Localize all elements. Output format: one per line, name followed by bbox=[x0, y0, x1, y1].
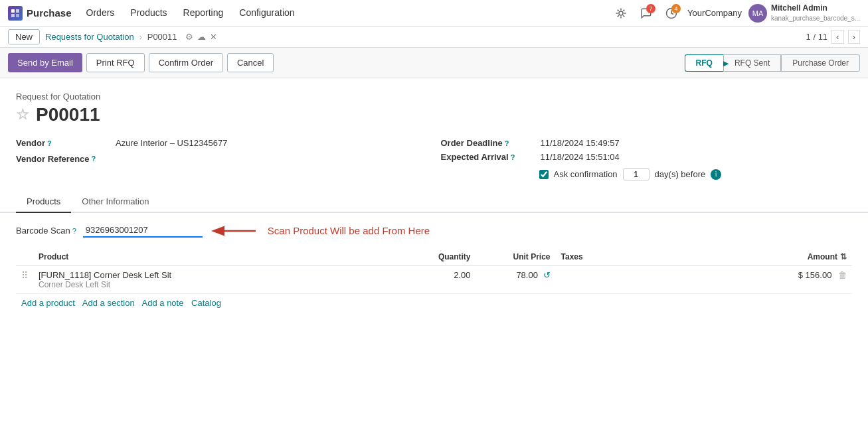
price-value[interactable]: 78.00 bbox=[516, 270, 538, 280]
ask-confirmation-row: Ask confirmation day(s) before i bbox=[441, 164, 853, 184]
row-taxes[interactable] bbox=[556, 266, 655, 294]
barcode-help[interactable]: ? bbox=[72, 227, 76, 235]
col-tax-header: Taxes bbox=[556, 248, 655, 266]
product-name[interactable]: [FURN_1118] Corner Desk Left Sit bbox=[39, 270, 404, 280]
expected-arrival-field: Expected Arrival ? 11/18/2024 15:51:04 bbox=[441, 150, 853, 164]
product-table: Product Quantity Unit Price Taxes Amount… bbox=[16, 248, 852, 312]
svg-rect-3 bbox=[16, 14, 19, 17]
settings-icon[interactable]: ⚙ bbox=[185, 32, 193, 42]
content-area: Request for Quotation ☆ P00011 Vendor ? … bbox=[0, 78, 868, 432]
expected-arrival-label: Expected Arrival ? bbox=[441, 152, 534, 162]
ask-confirmation-checkbox[interactable] bbox=[539, 170, 549, 179]
action-bar: Send by Email Print RFQ Confirm Order Ca… bbox=[0, 48, 868, 78]
nav-products[interactable]: Products bbox=[122, 0, 175, 27]
action-buttons: Send by Email Print RFQ Confirm Order Ca… bbox=[8, 53, 274, 72]
breadcrumb-icons: ⚙ ☁ ✕ bbox=[185, 32, 217, 42]
order-deadline-field: Order Deadline ? 11/18/2024 15:49:57 bbox=[441, 136, 853, 150]
top-nav: Purchase Orders Products Reporting Confi… bbox=[0, 0, 868, 27]
confirmation-days-input[interactable] bbox=[623, 168, 650, 180]
table-row: ⠿ [FURN_1118] Corner Desk Left Sit Corne… bbox=[16, 266, 852, 294]
close-icon[interactable]: ✕ bbox=[210, 32, 217, 42]
svg-rect-2 bbox=[11, 14, 15, 17]
col-price-header: Unit Price bbox=[476, 248, 556, 266]
form-title: ☆ P00011 bbox=[16, 104, 852, 125]
company-name: YourCompany bbox=[687, 8, 742, 18]
breadcrumb-current: P00011 bbox=[147, 32, 177, 42]
amount-settings-icon[interactable]: ⇅ bbox=[840, 252, 847, 261]
vendor-value: Azure Interior – US12345677 bbox=[116, 138, 227, 148]
add-product-link[interactable]: Add a product bbox=[21, 298, 75, 308]
add-note-link[interactable]: Add a note bbox=[142, 298, 184, 308]
nav-reporting[interactable]: Reporting bbox=[175, 0, 232, 27]
tab-other-info[interactable]: Other Information bbox=[71, 191, 159, 213]
nav-orders[interactable]: Orders bbox=[78, 0, 123, 27]
col-handle-header bbox=[16, 248, 33, 266]
messages-button[interactable]: 7 bbox=[637, 4, 655, 23]
row-handle[interactable]: ⠿ bbox=[16, 266, 33, 294]
bug-button[interactable] bbox=[612, 4, 630, 23]
row-qty[interactable]: 2.00 bbox=[410, 266, 476, 294]
catalog-link[interactable]: Catalog bbox=[191, 298, 221, 308]
vendor-ref-label: Vendor Reference ? bbox=[16, 154, 109, 164]
svg-point-4 bbox=[619, 11, 623, 15]
tabs-bar: Products Other Information bbox=[0, 191, 868, 213]
vendor-ref-input[interactable] bbox=[116, 152, 232, 165]
price-reset-icon[interactable]: ↺ bbox=[543, 270, 551, 280]
prev-record-button[interactable]: ‹ bbox=[831, 30, 843, 44]
breadcrumb-bar: New Requests for Quotation › P00011 ⚙ ☁ … bbox=[0, 27, 868, 48]
order-deadline-value: 11/18/2024 15:49:57 bbox=[541, 138, 620, 148]
tab-products[interactable]: Products bbox=[16, 191, 71, 213]
favorite-icon[interactable]: ☆ bbox=[16, 106, 29, 123]
vendor-ref-help[interactable]: ? bbox=[92, 155, 96, 163]
status-rfq[interactable]: RFQ bbox=[685, 54, 723, 72]
new-button[interactable]: New bbox=[8, 29, 40, 44]
vendor-help[interactable]: ? bbox=[47, 139, 52, 147]
svg-rect-0 bbox=[11, 9, 15, 13]
breadcrumb-separator: › bbox=[139, 33, 142, 42]
products-section: Barcode Scan ? Scan Product Will be add … bbox=[0, 213, 868, 323]
status-rfq-sent[interactable]: RFQ Sent bbox=[723, 54, 781, 72]
activities-button[interactable]: 4 bbox=[662, 4, 681, 23]
confirmation-unit: day(s) before bbox=[655, 169, 706, 179]
print-rfq-button[interactable]: Print RFQ bbox=[86, 53, 145, 72]
vendor-field: Vendor ? Azure Interior – US12345677 bbox=[16, 136, 428, 150]
add-section-link[interactable]: Add a section bbox=[82, 298, 135, 308]
row-product: [FURN_1118] Corner Desk Left Sit Corner … bbox=[33, 266, 410, 294]
cancel-button[interactable]: Cancel bbox=[227, 53, 274, 72]
col-qty-header: Quantity bbox=[410, 248, 476, 266]
user-subtitle: kanak_purchase_barcode_s... bbox=[771, 14, 860, 23]
app-logo[interactable]: Purchase bbox=[8, 6, 72, 21]
breadcrumb-link[interactable]: Requests for Quotation bbox=[45, 32, 134, 42]
order-number: P00011 bbox=[36, 104, 100, 125]
barcode-row: Barcode Scan ? Scan Product Will be add … bbox=[16, 224, 852, 238]
user-name: Mitchell Admin bbox=[771, 3, 860, 14]
delete-row-icon[interactable]: 🗑 bbox=[838, 270, 847, 280]
main-form: Request for Quotation ☆ P00011 Vendor ? … bbox=[0, 78, 868, 323]
send-email-button[interactable]: Send by Email bbox=[8, 53, 82, 72]
cloud-icon[interactable]: ☁ bbox=[197, 32, 206, 42]
nav-configuration[interactable]: Configuration bbox=[231, 0, 302, 27]
status-steps: RFQ RFQ Sent Purchase Order bbox=[685, 54, 860, 72]
table-actions: Add a product Add a section Add a note C… bbox=[16, 294, 852, 313]
app-name: Purchase bbox=[27, 7, 72, 19]
order-deadline-label: Order Deadline ? bbox=[441, 138, 534, 148]
breadcrumb-right: 1 / 11 ‹ › bbox=[806, 30, 860, 44]
annotation-text: Scan Product Will be add From Here bbox=[268, 225, 430, 236]
svg-rect-1 bbox=[16, 9, 19, 13]
activities-badge: 4 bbox=[671, 4, 681, 13]
barcode-label: Barcode Scan ? bbox=[16, 226, 76, 236]
breadcrumb-left: New Requests for Quotation › P00011 ⚙ ☁ … bbox=[8, 29, 217, 44]
nav-right: 7 4 YourCompany MA Mitchell Admin kanak_… bbox=[612, 3, 860, 23]
next-record-button[interactable]: › bbox=[848, 30, 860, 44]
user-menu[interactable]: MA Mitchell Admin kanak_purchase_barcode… bbox=[748, 3, 860, 23]
red-arrow-icon bbox=[209, 224, 262, 238]
product-desc: Corner Desk Left Sit bbox=[39, 280, 404, 289]
status-purchase-order[interactable]: Purchase Order bbox=[781, 54, 860, 72]
form-subtitle: Request for Quotation bbox=[16, 92, 852, 102]
barcode-input[interactable] bbox=[83, 224, 203, 238]
confirm-order-button[interactable]: Confirm Order bbox=[149, 53, 223, 72]
order-deadline-help[interactable]: ? bbox=[505, 139, 509, 147]
confirmation-info-icon[interactable]: i bbox=[711, 169, 721, 180]
expected-arrival-help[interactable]: ? bbox=[511, 153, 515, 161]
form-fields: Vendor ? Azure Interior – US12345677 Ven… bbox=[16, 136, 852, 184]
